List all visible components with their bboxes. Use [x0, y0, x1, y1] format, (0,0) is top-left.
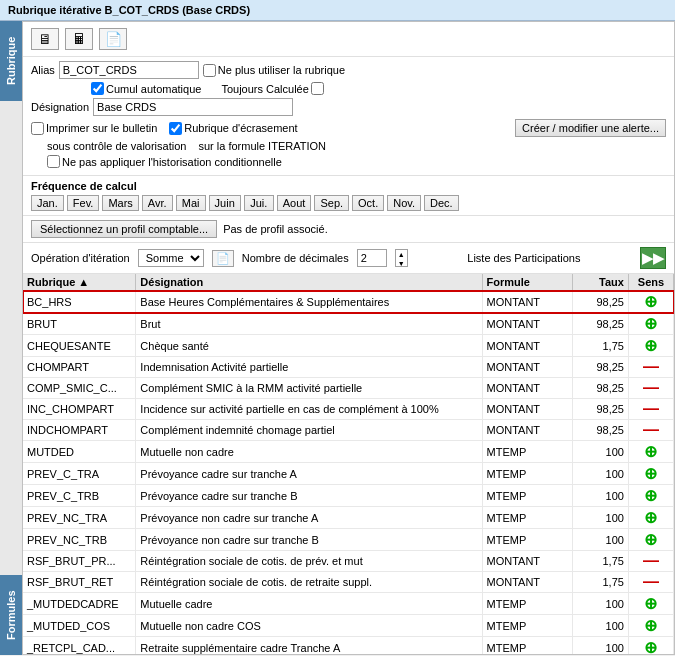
plus-icon: ⊕: [644, 315, 657, 332]
alias-row: Alias Ne plus utiliser la rubrique: [31, 61, 666, 79]
col-header-sens: Sens: [628, 274, 673, 291]
cell-rubrique: PREV_NC_TRB: [23, 529, 136, 551]
cell-formule: MTEMP: [482, 529, 572, 551]
cell-rubrique: RSF_BRUT_RET: [23, 572, 136, 593]
page-icon: 📄: [212, 250, 234, 267]
table-row[interactable]: PREV_NC_TRAPrévoyance non cadre sur tran…: [23, 507, 674, 529]
plus-icon: ⊕: [644, 509, 657, 526]
cell-taux: 100: [572, 593, 628, 615]
cell-formule: MTEMP: [482, 637, 572, 655]
table-row[interactable]: PREV_NC_TRBPrévoyance non cadre sur tran…: [23, 529, 674, 551]
liste-participations-btn[interactable]: ▶▶: [640, 247, 666, 269]
nb-decimales-input[interactable]: [357, 249, 387, 267]
cell-taux: 100: [572, 637, 628, 655]
designation-label: Désignation: [31, 101, 89, 113]
freq-btn-mars[interactable]: Mars: [102, 195, 138, 211]
table-row[interactable]: RSF_BRUT_PR...Réintégration sociale de c…: [23, 551, 674, 572]
cell-sens: —: [628, 378, 673, 399]
table-container: Rubrique ▲ Désignation Formule Taux Sens…: [23, 274, 674, 654]
cell-rubrique: CHOMPART: [23, 357, 136, 378]
cell-designation: Retraite supplémentaire cadre Tranche A: [136, 637, 482, 655]
cell-sens: ⊕: [628, 615, 673, 637]
cell-designation: Complément SMIC à la RMM activité partie…: [136, 378, 482, 399]
imprimer-checkbox[interactable]: [31, 122, 44, 135]
table-row[interactable]: _MUTDEDCADREMutuelle cadreMTEMP100⊕: [23, 593, 674, 615]
minus-icon: —: [643, 400, 659, 417]
table-row[interactable]: MUTDEDMutuelle non cadreMTEMP100⊕: [23, 441, 674, 463]
page-icon-btn[interactable]: 📄: [99, 28, 127, 50]
rubrique-ecrasement-checkbox[interactable]: [169, 122, 182, 135]
toujours-checkbox[interactable]: [311, 82, 324, 95]
ne-pas-appliquer-checkbox[interactable]: [47, 155, 60, 168]
freq-btn-oct[interactable]: Oct.: [352, 195, 384, 211]
cell-sens: —: [628, 399, 673, 420]
minus-icon: —: [643, 573, 659, 590]
creer-alerte-btn[interactable]: Créer / modifier une alerte...: [515, 119, 666, 137]
tab-formules[interactable]: Formules: [0, 575, 22, 655]
operation-select[interactable]: Somme: [138, 249, 204, 267]
cell-formule: MONTANT: [482, 572, 572, 593]
calculator-icon-btn[interactable]: 🖩: [65, 28, 93, 50]
freq-btn-aout[interactable]: Aout: [277, 195, 312, 211]
frequence-section: Fréquence de calcul Jan.Fev.MarsAvr.MaiJ…: [23, 176, 674, 216]
cell-rubrique: INDCHOMPART: [23, 420, 136, 441]
table-row[interactable]: CHOMPARTIndemnisation Activité partielle…: [23, 357, 674, 378]
sur-formule-label: sur la formule ITERATION: [198, 140, 326, 152]
minus-icon: —: [643, 552, 659, 569]
profil-btn[interactable]: Sélectionnez un profil comptable...: [31, 220, 217, 238]
table-row[interactable]: BC_HRSBase Heures Complémentaires & Supp…: [23, 291, 674, 313]
spinner-icon[interactable]: ▲ ▼: [395, 249, 408, 267]
freq-btn-fev[interactable]: Fev.: [67, 195, 100, 211]
ne-pas-appliquer-row: Ne pas appliquer l'historisation conditi…: [31, 155, 666, 168]
freq-btn-sep[interactable]: Sep.: [314, 195, 349, 211]
designation-row: Désignation: [31, 98, 666, 116]
cell-formule: MTEMP: [482, 507, 572, 529]
table-row[interactable]: INC_CHOMPARTIncidence sur activité parti…: [23, 399, 674, 420]
table-row[interactable]: CHEQUESANTEChèque santéMONTANT1,75⊕: [23, 335, 674, 357]
cell-rubrique: RSF_BRUT_PR...: [23, 551, 136, 572]
cell-rubrique: INC_CHOMPART: [23, 399, 136, 420]
freq-btn-jui[interactable]: Jui.: [244, 195, 274, 211]
alias-input[interactable]: [59, 61, 199, 79]
cell-rubrique: PREV_C_TRA: [23, 463, 136, 485]
cell-taux: 98,25: [572, 420, 628, 441]
table-row[interactable]: PREV_C_TRBPrévoyance cadre sur tranche B…: [23, 485, 674, 507]
form-area: Alias Ne plus utiliser la rubrique Cumul…: [23, 57, 674, 176]
operation-row: Opération d'itération Somme 📄 Nombre de …: [23, 243, 674, 274]
cell-formule: MONTANT: [482, 420, 572, 441]
cell-formule: MONTANT: [482, 357, 572, 378]
plus-icon: ⊕: [644, 531, 657, 548]
table-row[interactable]: _RETCPL_CAD...Retraite supplémentaire ca…: [23, 637, 674, 655]
cell-taux: 98,25: [572, 378, 628, 399]
cell-taux: 100: [572, 529, 628, 551]
table-row[interactable]: COMP_SMIC_C...Complément SMIC à la RMM a…: [23, 378, 674, 399]
cell-rubrique: _RETCPL_CAD...: [23, 637, 136, 655]
tab-rubrique[interactable]: Rubrique: [0, 21, 22, 101]
freq-btn-jan[interactable]: Jan.: [31, 195, 64, 211]
table-row[interactable]: PREV_C_TRAPrévoyance cadre sur tranche A…: [23, 463, 674, 485]
imprimer-label: Imprimer sur le bulletin: [31, 122, 157, 135]
title-bar: Rubrique itérative B_COT_CRDS (Base CRDS…: [0, 0, 675, 21]
cell-designation: Mutuelle non cadre COS: [136, 615, 482, 637]
table-row[interactable]: INDCHOMPARTComplément indemnité chomage …: [23, 420, 674, 441]
freq-btn-avr[interactable]: Avr.: [142, 195, 173, 211]
cell-sens: ⊕: [628, 313, 673, 335]
monitor-icon-btn[interactable]: 🖥: [31, 28, 59, 50]
freq-btn-dec[interactable]: Dec.: [424, 195, 459, 211]
imprimer-row: Imprimer sur le bulletin Rubrique d'écra…: [31, 119, 666, 137]
freq-btn-nov[interactable]: Nov.: [387, 195, 421, 211]
cell-formule: MONTANT: [482, 291, 572, 313]
alias-label: Alias: [31, 64, 55, 76]
cumul-checkbox[interactable]: [91, 82, 104, 95]
cell-sens: ⊕: [628, 463, 673, 485]
freq-btn-mai[interactable]: Mai: [176, 195, 206, 211]
designation-input[interactable]: [93, 98, 293, 116]
freq-btn-juin[interactable]: Juin: [209, 195, 241, 211]
plus-icon: ⊕: [644, 337, 657, 354]
table-row[interactable]: RSF_BRUT_RETRéintégration sociale de cot…: [23, 572, 674, 593]
plus-icon: ⊕: [644, 293, 657, 310]
ne-plus-checkbox[interactable]: [203, 64, 216, 77]
table-row[interactable]: _MUTDED_COSMutuelle non cadre COSMTEMP10…: [23, 615, 674, 637]
cell-sens: ⊕: [628, 637, 673, 655]
table-row[interactable]: BRUTBrutMONTANT98,25⊕: [23, 313, 674, 335]
